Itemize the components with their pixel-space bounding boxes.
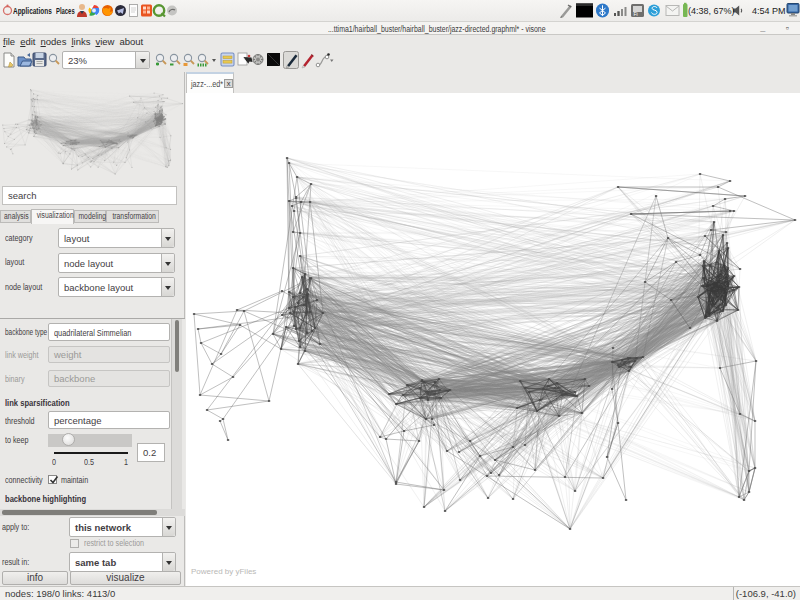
svg-text:Fi: Fi bbox=[634, 11, 638, 17]
